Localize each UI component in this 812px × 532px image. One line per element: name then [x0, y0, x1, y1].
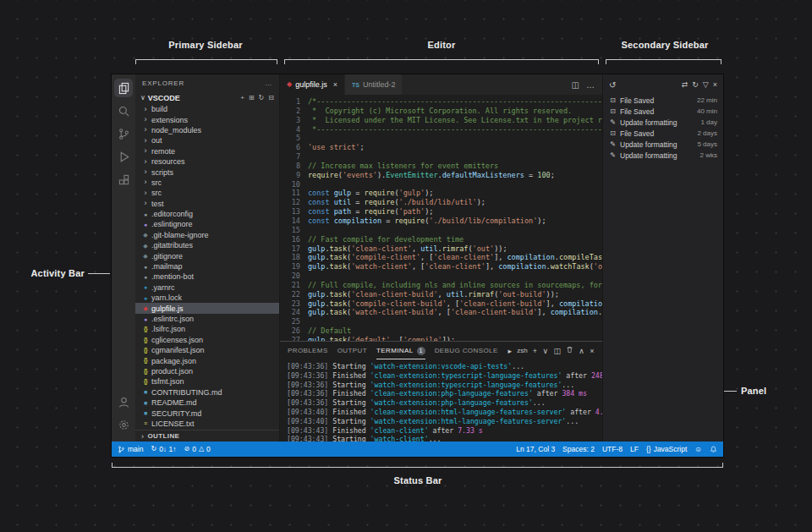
tree-item[interactable]: ◆.gitattributes [135, 240, 279, 250]
code-line: 14const compilation = require('./build/l… [282, 217, 602, 226]
tree-item[interactable]: ■CONTRIBUTING.md [135, 387, 279, 398]
refresh-timeline-icon[interactable]: ↻ [692, 80, 699, 89]
split-editor-icon[interactable]: ◫ [572, 80, 579, 90]
run-debug-icon[interactable] [114, 147, 133, 166]
terminal-line: [09:43:43] Finished 'clean-client' after… [287, 426, 595, 436]
code-line: 17gulp.task('clean-client', util.rimraf(… [282, 244, 602, 254]
tree-item[interactable]: ◆.gitignore [135, 250, 279, 261]
branch-indicator[interactable]: main [118, 445, 143, 453]
tree-item[interactable]: ›build [135, 104, 279, 114]
cursor-position[interactable]: Ln 17, Col 3 [516, 445, 555, 453]
terminal-output[interactable]: [09:43:36] Starting 'watch-extension:vsc… [280, 359, 602, 442]
timeline-item-label: File Saved [620, 129, 654, 138]
panel-tab-debug-console[interactable]: DEBUG CONSOLE [435, 342, 498, 359]
language-indicator[interactable]: {} JavaScript [646, 445, 687, 453]
timeline-item-label: Update formatting [620, 140, 678, 149]
close-panel-icon[interactable]: × [590, 347, 595, 355]
tree-item[interactable]: {}cglicenses.json [135, 335, 279, 345]
split-terminal-icon[interactable]: ◫ [553, 347, 561, 355]
more-actions-icon[interactable]: … [265, 80, 272, 87]
tab-untitled-2[interactable]: TS Untitled-2 [345, 74, 403, 95]
tree-item[interactable]: {}.lsifrc.json [135, 324, 279, 334]
markdown-icon: ■ [142, 389, 149, 395]
tree-item-label: .editorconfig [151, 210, 193, 218]
new-terminal-icon[interactable]: + [533, 347, 538, 355]
shell-selector[interactable]: zsh [517, 347, 527, 354]
explorer-section-vscode[interactable]: ∨ VSCODE + ⊞ ↻ ⊟ [135, 91, 279, 104]
close-secondary-icon[interactable]: × [713, 80, 717, 89]
history-icon[interactable]: ↺ [609, 80, 616, 90]
eol-indicator[interactable]: LF [630, 445, 639, 453]
settings-gear-icon[interactable] [114, 415, 133, 434]
code-line: 16// Fast compile for development time [282, 235, 602, 244]
tree-item[interactable]: ●.editorconfig [135, 209, 279, 219]
tree-item-label: .gitignore [151, 252, 183, 261]
outline-section[interactable]: › OUTLINE [135, 430, 279, 442]
close-tab-icon[interactable]: × [333, 80, 337, 89]
maximize-panel-icon[interactable]: ∧ [579, 347, 584, 355]
new-file-icon[interactable]: + [240, 94, 244, 101]
tree-item[interactable]: ›resources [135, 156, 279, 167]
problems-indicator[interactable]: ⊘ 0 △ 0 [184, 445, 210, 453]
text-icon: ≡ [142, 420, 149, 426]
launch-terminal-icon[interactable]: ▸ [508, 347, 512, 355]
timeline-item[interactable]: ⊡File Saved2 days [603, 128, 723, 139]
tree-item[interactable]: ◆.git-blame-ignore [135, 230, 279, 240]
tree-item[interactable]: ■SECURITY.md [135, 408, 279, 418]
tree-item[interactable]: ●.eslintrc.json [135, 314, 279, 324]
tree-item[interactable]: ●.mailmap [135, 261, 279, 271]
timeline-item[interactable]: ⊡File Saved22 min [603, 95, 723, 106]
timeline-item[interactable]: ✎Update formatting1 day [603, 117, 723, 128]
notifications-bell-icon[interactable] [710, 446, 717, 453]
tree-item[interactable]: ●.eslintignore [135, 219, 279, 229]
tree-item[interactable]: ›scripts [135, 167, 279, 177]
tree-item[interactable]: {}product.json [135, 366, 279, 376]
tree-item[interactable]: ›test [135, 199, 279, 209]
tree-item[interactable]: ●.mention-bot [135, 271, 279, 282]
tab-gulpfile-js[interactable]: ◆ gulpfile.js × [280, 74, 345, 95]
terminal-line: [09:43:40] Finished 'clean-extension:htm… [287, 408, 595, 417]
timeline-item[interactable]: ⊡File Saved40 min [603, 106, 723, 117]
sync-indicator[interactable]: ↻ 0↓ 1↑ [151, 445, 176, 453]
extensions-icon[interactable] [114, 170, 133, 189]
swap-icon[interactable]: ⇄ [682, 80, 689, 89]
tree-item[interactable]: ●.yarnrc [135, 282, 279, 293]
tree-item[interactable]: ■README.md [135, 398, 279, 408]
tree-item[interactable]: ◆gulpfile.js [135, 303, 279, 313]
timeline-item[interactable]: ✎Update formatting2 wks [603, 150, 723, 161]
refresh-explorer-icon[interactable]: ↻ [259, 94, 265, 101]
more-actions-icon[interactable]: … [586, 80, 595, 90]
source-control-icon[interactable] [114, 124, 133, 143]
tree-item[interactable]: ≡LICENSE.txt [135, 419, 279, 429]
tree-item[interactable]: ›extensions [135, 114, 279, 124]
account-icon[interactable] [114, 392, 133, 411]
tree-item[interactable]: ›node_modules [135, 125, 279, 135]
panel-tab-output[interactable]: OUTPUT [337, 342, 367, 359]
tree-item[interactable]: ›src [135, 188, 279, 198]
search-icon[interactable] [114, 101, 133, 120]
panel-tab-terminal[interactable]: TERMINAL 1 [376, 342, 425, 359]
tree-item-label: resources [151, 157, 185, 166]
tree-item[interactable]: ›out [135, 135, 279, 145]
tree-item[interactable]: {}package.json [135, 355, 279, 365]
collapse-all-icon[interactable]: ⊟ [268, 94, 274, 101]
tree-item[interactable]: ›remote [135, 146, 279, 156]
code-editor[interactable]: 1/*-------------------------------------… [280, 95, 602, 341]
tree-item[interactable]: ›src [135, 178, 279, 188]
explorer-icon[interactable] [114, 79, 133, 97]
tree-item-label: cglicenses.json [151, 336, 203, 344]
tree-item[interactable]: {}tsfmt.json [135, 376, 279, 387]
timeline-item[interactable]: ✎Update formatting5 days [603, 139, 723, 150]
annotation-editor: Editor [374, 40, 509, 50]
encoding-indicator[interactable]: UTF-8 [602, 445, 623, 453]
kill-terminal-icon[interactable] [566, 346, 573, 355]
tree-item[interactable]: ●yarn.lock [135, 293, 279, 303]
feedback-smiley-icon[interactable]: ☺ [694, 445, 702, 453]
panel-tab-problems[interactable]: PROBLEMS [288, 342, 328, 359]
tree-item[interactable]: {}cgmanifest.json [135, 345, 279, 355]
new-folder-icon[interactable]: ⊞ [249, 94, 255, 101]
filter-icon[interactable]: ▽ [703, 80, 709, 89]
terminal-dropdown-icon[interactable]: ∨ [542, 347, 548, 355]
indentation-indicator[interactable]: Spaces: 2 [562, 445, 595, 453]
explorer-title: EXPLORER [142, 80, 184, 87]
